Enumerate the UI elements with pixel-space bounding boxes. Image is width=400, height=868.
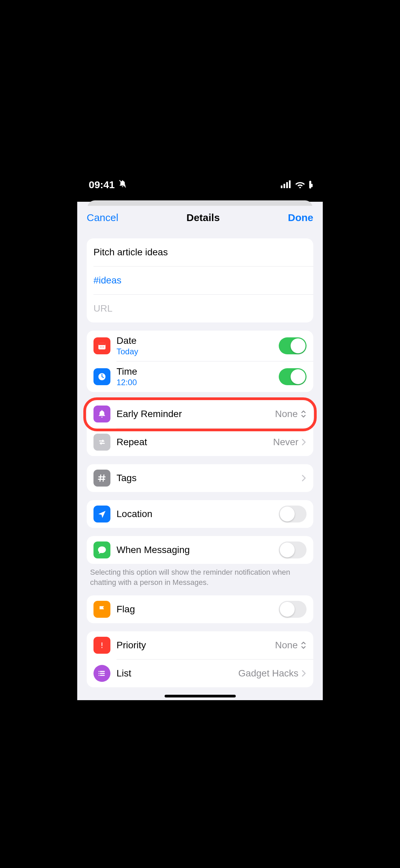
- priority-list-card: Priority None: [87, 631, 313, 687]
- tags-card: Tags: [87, 464, 313, 492]
- repeat-icon: [93, 434, 110, 451]
- battery-icon: [309, 182, 311, 188]
- title-input[interactable]: Pitch article ideas: [93, 247, 307, 258]
- messaging-card: When Messaging: [87, 536, 313, 564]
- early-reminder-value: None: [275, 409, 298, 419]
- location-row[interactable]: Location: [87, 500, 313, 528]
- date-label: Date: [117, 335, 273, 346]
- svg-point-10: [99, 671, 100, 672]
- details-sheet: Cancel Details Done Pitch article ideas …: [77, 206, 323, 700]
- location-label: Location: [117, 509, 273, 519]
- early-repeat-card: Early Reminder None: [87, 400, 313, 456]
- cancel-button[interactable]: Cancel: [87, 212, 118, 223]
- notes-hashtag[interactable]: #ideas: [93, 275, 122, 286]
- flag-label: Flag: [117, 604, 273, 615]
- title-row[interactable]: Pitch article ideas: [87, 238, 313, 266]
- clock-icon: [93, 368, 110, 385]
- messaging-toggle[interactable]: [279, 541, 307, 558]
- title-card: Pitch article ideas #ideas URL: [87, 238, 313, 322]
- svg-rect-0: [281, 185, 282, 188]
- list-row[interactable]: List Gadget Hacks: [87, 659, 313, 687]
- time-toggle[interactable]: [279, 368, 307, 385]
- time-value: 12:00: [117, 378, 273, 387]
- url-row[interactable]: URL: [87, 295, 313, 322]
- flag-row[interactable]: Flag: [87, 595, 313, 623]
- svg-rect-5: [99, 343, 106, 345]
- messaging-footer-note: Selecting this option will show the remi…: [87, 564, 313, 587]
- early-reminder-label: Early Reminder: [117, 409, 269, 419]
- repeat-value: Never: [273, 437, 298, 448]
- location-arrow-icon: [93, 506, 110, 522]
- calendar-icon: [93, 337, 110, 354]
- repeat-label: Repeat: [117, 437, 267, 448]
- svg-point-11: [99, 673, 100, 674]
- tags-label: Tags: [117, 473, 295, 484]
- svg-point-7: [102, 347, 102, 347]
- list-value: Gadget Hacks: [238, 668, 298, 679]
- notes-row[interactable]: #ideas: [87, 267, 313, 294]
- priority-value: None: [275, 640, 298, 651]
- date-value: Today: [117, 347, 273, 356]
- flag-card: Flag: [87, 595, 313, 623]
- flag-icon: [93, 601, 110, 618]
- home-indicator[interactable]: [165, 695, 236, 697]
- list-label: List: [117, 668, 232, 679]
- repeat-row[interactable]: Repeat Never: [87, 428, 313, 456]
- svg-point-6: [100, 347, 101, 347]
- list-icon: [93, 665, 110, 682]
- svg-rect-2: [286, 182, 288, 188]
- chevron-right-icon: [301, 438, 307, 446]
- datetime-card: Date Today Time: [87, 331, 313, 392]
- nav-bar: Cancel Details Done: [77, 206, 323, 230]
- location-toggle[interactable]: [279, 506, 307, 522]
- messaging-row[interactable]: When Messaging: [87, 536, 313, 564]
- status-bar: 09:41: [77, 168, 323, 202]
- updown-icon: [300, 641, 307, 650]
- done-button[interactable]: Done: [288, 212, 313, 223]
- time-row[interactable]: Time 12:00: [87, 361, 313, 392]
- svg-rect-1: [283, 184, 285, 188]
- svg-point-8: [103, 347, 104, 347]
- url-placeholder: URL: [93, 303, 112, 314]
- tags-row[interactable]: Tags: [87, 464, 313, 492]
- page-title: Details: [187, 212, 220, 223]
- priority-row[interactable]: Priority None: [87, 631, 313, 659]
- priority-label: Priority: [117, 640, 269, 651]
- time-label: Time: [117, 366, 273, 377]
- exclamation-icon: [93, 637, 110, 654]
- hash-icon: [93, 470, 110, 487]
- chevron-right-icon: [301, 669, 307, 677]
- messaging-label: When Messaging: [117, 545, 273, 555]
- early-reminder-row[interactable]: Early Reminder None: [87, 400, 313, 428]
- messages-icon: [93, 541, 110, 558]
- updown-icon: [300, 410, 307, 418]
- flag-toggle[interactable]: [279, 601, 307, 618]
- cellular-signal-icon: [281, 180, 291, 190]
- chevron-right-icon: [301, 474, 307, 482]
- svg-point-12: [99, 675, 100, 676]
- phone-frame: 09:41: [77, 168, 323, 700]
- wifi-icon: [295, 180, 305, 190]
- do-not-disturb-icon: [118, 179, 127, 191]
- svg-rect-3: [289, 180, 291, 188]
- bell-icon: [93, 406, 110, 422]
- date-row[interactable]: Date Today: [87, 331, 313, 361]
- date-toggle[interactable]: [279, 337, 307, 354]
- status-time: 09:41: [89, 179, 115, 191]
- location-card: Location: [87, 500, 313, 528]
